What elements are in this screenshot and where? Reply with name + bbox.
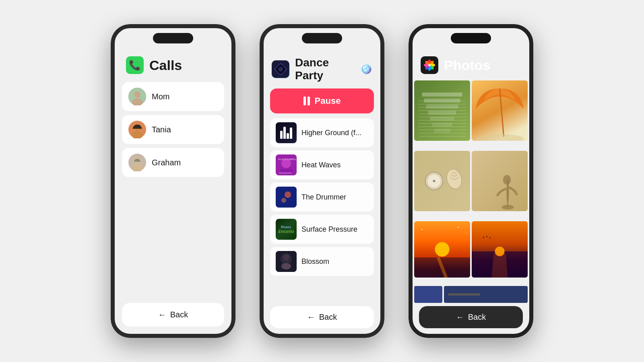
dp-title: Dance Party (295, 56, 355, 82)
svg-rect-42 (432, 123, 452, 127)
svg-point-62 (466, 233, 467, 234)
svg-rect-53 (472, 151, 528, 211)
phone-dance-party: Dance Party 🪩 Pause (260, 24, 384, 338)
photo-umbrella[interactable] (472, 80, 528, 141)
photo-sunset1[interactable] (414, 221, 470, 278)
photos-title: Photos (444, 58, 490, 73)
svg-rect-37 (422, 93, 462, 97)
dp-back-label: Back (319, 313, 337, 322)
song-thumb-hw: GLASS ANIMALS DREAMLAND (276, 154, 297, 175)
phone-photos: Photos (409, 24, 533, 338)
svg-point-57 (435, 242, 450, 257)
phone-inner-3: Photos (413, 28, 529, 334)
song-blossom[interactable]: Blossom (270, 247, 374, 276)
photos-app-icon (421, 56, 438, 74)
song-title-sp: Surface Pressure (301, 225, 357, 234)
photos-bottom-strip (413, 286, 529, 303)
pause-button[interactable]: Pause (270, 88, 374, 113)
svg-point-25 (281, 263, 291, 269)
song-list: Higher Ground (f... GLASS ANIMALS DREAML… (264, 118, 380, 276)
song-title-hw: Heat Waves (301, 161, 341, 169)
song-thumb-td (276, 187, 297, 208)
photos-back-label: Back (468, 313, 486, 322)
photo-sunset2[interactable] (472, 221, 528, 278)
contact-graham[interactable]: Graham (122, 148, 224, 177)
contact-name-tania: Tania (152, 125, 171, 134)
song-thumb-bl (276, 251, 297, 272)
song-title-bl: Blossom (301, 257, 329, 266)
song-higher-ground[interactable]: Higher Ground (f... (270, 118, 374, 147)
photo-shadow[interactable] (472, 151, 528, 211)
svg-point-51 (433, 180, 436, 182)
contact-mom[interactable]: Mom (122, 82, 224, 111)
svg-rect-40 (428, 111, 456, 115)
svg-point-68 (489, 237, 491, 239)
song-thumb-hg (276, 122, 297, 143)
contact-name-mom: Mom (152, 92, 169, 101)
phone-inner-2: Dance Party 🪩 Pause (264, 28, 380, 334)
song-thumb-sp: Disney Encanto (276, 219, 297, 240)
calls-back-label: Back (170, 310, 188, 319)
song-the-drummer[interactable]: The Drummer (270, 183, 374, 212)
dp-app-icon (272, 60, 289, 78)
svg-text:GLASS ANIMALS: GLASS ANIMALS (278, 158, 297, 160)
svg-point-55 (503, 175, 511, 185)
pause-icon (303, 97, 310, 105)
svg-text:DREAMLAND: DREAMLAND (279, 172, 292, 174)
svg-rect-43 (434, 129, 450, 133)
song-heat-waves[interactable]: GLASS ANIMALS DREAMLAND Heat Waves (270, 150, 374, 179)
svg-point-67 (486, 236, 487, 237)
dp-back-button[interactable]: ← Back (270, 306, 374, 328)
svg-rect-39 (426, 105, 458, 109)
avatar-mom (128, 88, 146, 105)
svg-rect-21 (276, 187, 297, 208)
phone-calls: 📞 Calls Mom (111, 24, 235, 338)
svg-point-66 (483, 237, 484, 238)
song-title-hg: Higher Ground (f... (301, 129, 361, 137)
photo-scroll-indicator (444, 286, 528, 303)
avatar-tania (128, 121, 146, 138)
svg-rect-36 (414, 80, 470, 141)
avatar-graham (128, 154, 146, 171)
calls-back-button[interactable]: ← Back (122, 303, 224, 327)
svg-rect-38 (424, 99, 460, 103)
song-title-td: The Drummer (301, 193, 346, 202)
calls-title: Calls (149, 58, 182, 73)
dynamic-island-2 (302, 33, 342, 43)
phone-inner: 📞 Calls Mom (115, 28, 231, 334)
svg-point-24 (283, 254, 289, 261)
contact-name-graham: Graham (152, 158, 181, 167)
photos-back-button[interactable]: ← Back (419, 306, 523, 328)
pause-label: Pause (315, 96, 341, 106)
disco-ball-icon: 🪩 (360, 64, 372, 75)
svg-point-11 (278, 67, 283, 72)
svg-point-60 (421, 229, 423, 230)
svg-point-1 (134, 91, 140, 98)
svg-point-35 (428, 64, 431, 66)
photo-thumb-small1 (414, 286, 442, 303)
song-surface-pressure[interactable]: Disney Encanto Surface Pressure (270, 215, 374, 244)
calls-app-icon: 📞 (126, 56, 144, 74)
svg-rect-41 (430, 117, 454, 121)
calls-list: Mom Tania (115, 82, 231, 177)
photos-back-arrow-icon: ← (456, 313, 464, 322)
dynamic-island (153, 33, 193, 43)
dynamic-island-3 (451, 33, 491, 43)
svg-point-61 (458, 227, 459, 228)
back-arrow-icon: ← (158, 310, 166, 319)
contact-tania[interactable]: Tania (122, 115, 224, 144)
photo-shells[interactable] (414, 151, 470, 211)
photo-stairs[interactable] (414, 80, 470, 141)
photos-grid (413, 80, 529, 286)
dp-back-arrow-icon: ← (307, 313, 315, 322)
